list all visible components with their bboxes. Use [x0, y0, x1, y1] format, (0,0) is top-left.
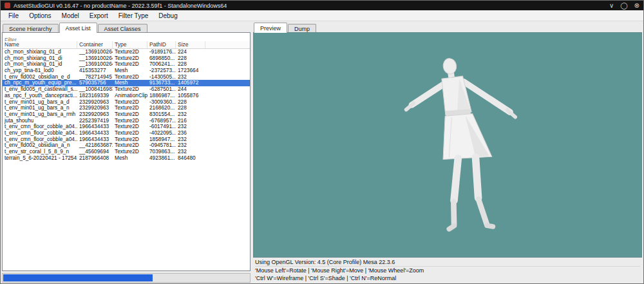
- asset-cell-name: t_env_fld002_obsidian_a_n: [3, 142, 77, 149]
- asset-cell-filler: [205, 55, 250, 62]
- tab-preview[interactable]: Preview: [254, 23, 287, 33]
- asset-cell-name: ch_mon_shixiang_01_di: [3, 55, 77, 62]
- preview-viewport[interactable]: [253, 32, 642, 258]
- window-title: AssetStudioGUI v0.16.47 - no productName…: [14, 3, 227, 9]
- asset-row[interactable]: t_env_cmn_floor_cobble_a04...1966434433T…: [3, 137, 250, 143]
- asset-cell-filler: [205, 118, 250, 124]
- asset-cell-name: t_env_cmn_floor_cobble_a04...: [3, 124, 77, 130]
- maximize-icon[interactable]: ◯: [620, 1, 627, 10]
- asset-cell-type: Texture2D: [113, 99, 147, 106]
- tab-asset-classes[interactable]: Asset Classes: [98, 24, 147, 33]
- asset-row[interactable]: t_env_cmn_floor_cobble_a04...1966434433T…: [3, 124, 250, 130]
- asset-cell-container: 2329920963: [77, 111, 113, 118]
- menu-item-export[interactable]: Export: [84, 12, 113, 20]
- asset-cell-pathid: -3009360...: [147, 99, 176, 106]
- column-header-container[interactable]: Container: [77, 41, 113, 48]
- asset-cell-name: ch_yxp_tina-81_lod0: [3, 68, 77, 74]
- asset-cell-size: 232: [176, 137, 205, 143]
- asset-cell-container: 1966434433: [77, 130, 113, 137]
- left-tab-strip: Scene HierarchyAsset ListAsset Classes: [2, 23, 251, 33]
- asset-cell-type: Mesh: [113, 155, 147, 162]
- app-icon: [5, 3, 10, 8]
- asset-row[interactable]: ch_mon_shixiang_01_id__1369100264Texture…: [3, 61, 250, 68]
- asset-list-panel: NameContainerTypePathIDSize ch_mon_shixi…: [2, 32, 251, 271]
- asset-cell-name: juta_shouhu: [3, 118, 77, 124]
- asset-cell-pathid: -1430505...: [147, 74, 176, 80]
- asset-cell-pathid: 1886987...: [147, 93, 176, 99]
- asset-cell-size: 228: [176, 55, 205, 62]
- asset-cell-filler: [205, 155, 250, 162]
- asset-cell-container: __45609694: [77, 149, 113, 155]
- asset-cell-pathid: 8301554...: [147, 111, 176, 118]
- asset-cell-filler: [205, 130, 250, 137]
- asset-cell-pathid: -0945781...: [147, 142, 176, 149]
- asset-cell-container: __1369100264: [77, 49, 113, 55]
- asset-cell-container: 2329920963: [77, 99, 113, 106]
- asset-rows: ch_mon_shixiang_01_d__1369100264Texture2…: [3, 49, 250, 270]
- asset-row[interactable]: terrain_5_6-20220421 - 17254...218796640…: [3, 155, 250, 162]
- asset-cell-filler: [205, 142, 250, 149]
- asset-cell-filler: [205, 49, 250, 55]
- tab-asset-list[interactable]: Asset List: [59, 23, 97, 33]
- asset-cell-name: t_env_min01_ug_bars_a_n: [3, 105, 77, 111]
- asset-cell-size: 244: [176, 86, 205, 93]
- asset-row[interactable]: t_env_min01_ug_bars_a_d2329920963Texture…: [3, 99, 250, 106]
- menu-item-debug[interactable]: Debug: [153, 12, 182, 20]
- preview-tab-strip: PreviewDump: [253, 23, 642, 33]
- asset-cell-name: t_env_str_coral_l_5_8_9_n: [3, 149, 77, 155]
- asset-cell-size: 232: [176, 124, 205, 130]
- asset-row[interactable]: t_env_cmn_floor_cobble_a04...1966434433T…: [3, 130, 250, 137]
- asset-row[interactable]: t_env_str_coral_l_5_8_9_n__45609694Textu…: [3, 149, 250, 155]
- asset-cell-container: __4218636871: [77, 142, 113, 149]
- asset-row[interactable]: as_npc_f_youth_dancepracti...1823169339A…: [3, 93, 250, 99]
- tab-scene-hierarchy[interactable]: Scene Hierarchy: [3, 24, 59, 33]
- asset-cell-type: Texture2D: [113, 118, 147, 124]
- asset-row[interactable]: juta_shouhu2252397419Texture2D-6768957..…: [3, 118, 250, 124]
- asset-cell-container: 415353277: [77, 68, 113, 74]
- menu-item-file[interactable]: File: [3, 12, 24, 20]
- asset-cell-name: as_npc_f_youth_dancepracti...: [3, 93, 77, 99]
- asset-row[interactable]: ch_yxp_tina-81_lod0415353277Mesh-2372573…: [3, 68, 250, 74]
- asset-cell-container: 2252397419: [77, 118, 113, 124]
- menu-item-options[interactable]: Options: [24, 12, 56, 20]
- asset-row[interactable]: t_env_fld002_obsidian_a_n__4218636871Tex…: [3, 142, 250, 149]
- column-header-pathid[interactable]: PathID: [147, 41, 176, 48]
- asset-row[interactable]: ch_mon_shixiang_01_d__1369100264Texture2…: [3, 49, 250, 55]
- asset-cell-name: t_env_fld002_obsidian_e_d: [3, 74, 77, 80]
- asset-cell-size: 232: [176, 142, 205, 149]
- close-icon[interactable]: ⊗: [634, 1, 639, 10]
- status-key-help: 'Ctrl W'=Wireframe | 'Ctrl S'=Shade | 'C…: [255, 274, 640, 282]
- asset-row[interactable]: t_env_fld002_obsidian_e_d__782714945Text…: [3, 74, 250, 80]
- asset-cell-pathid: -6287501...: [147, 86, 176, 93]
- asset-cell-type: Texture2D: [113, 149, 147, 155]
- tab-dump[interactable]: Dump: [288, 24, 316, 33]
- column-header-filler: [205, 41, 250, 48]
- asset-cell-type: Texture2D: [113, 74, 147, 80]
- menu-item-filter-type[interactable]: Filter Type: [113, 12, 154, 20]
- asset-row[interactable]: ch_npc_m_youth_equip_pre...579035756Mesh…: [3, 80, 250, 86]
- asset-row[interactable]: t_env_min01_ug_bars_a_n2329920963Texture…: [3, 105, 250, 111]
- asset-cell-name: t_env_min01_ug_bars_a_d: [3, 99, 77, 106]
- asset-cell-size: 224: [176, 49, 205, 55]
- minimize-icon[interactable]: ∨: [609, 1, 614, 10]
- asset-cell-name: ch_mon_shixiang_01_d: [3, 49, 77, 55]
- asset-row[interactable]: t_env_fld005_rt_castlewall_s...__1008416…: [3, 86, 250, 93]
- asset-cell-filler: [205, 68, 250, 74]
- asset-cell-pathid: -6017491...: [147, 124, 176, 130]
- asset-cell-pathid: 7006241...: [147, 61, 176, 68]
- column-header-type[interactable]: Type: [113, 41, 147, 48]
- asset-row[interactable]: t_env_min01_ug_bars_a_rmh2329920963Textu…: [3, 111, 250, 118]
- column-header-name[interactable]: Name: [3, 41, 77, 48]
- column-header-size[interactable]: Size: [176, 41, 205, 48]
- asset-cell-type: Texture2D: [113, 61, 147, 68]
- asset-cell-type: Texture2D: [113, 111, 147, 118]
- asset-row[interactable]: ch_mon_shixiang_01_di__1369100264Texture…: [3, 55, 250, 62]
- asset-cell-filler: [205, 61, 250, 68]
- asset-cell-type: Mesh: [113, 68, 147, 74]
- menu-item-model[interactable]: Model: [57, 12, 84, 20]
- asset-cell-pathid: 7039863...: [147, 149, 176, 155]
- asset-cell-filler: [205, 149, 250, 155]
- status-mouse-help: 'Mouse Left'=Rotate | 'Mouse Right'=Move…: [255, 267, 640, 274]
- app-window: AssetStudioGUI v0.16.47 - no productName…: [0, 0, 644, 284]
- progress-bar: [2, 273, 251, 283]
